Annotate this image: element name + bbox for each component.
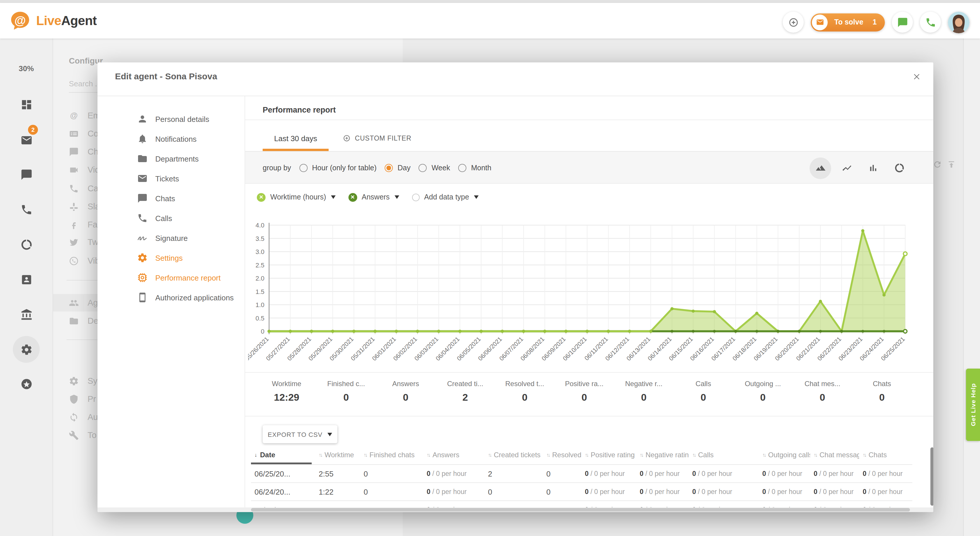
column-header-label: Finished chats bbox=[369, 450, 415, 459]
facebook-icon bbox=[69, 220, 79, 230]
column-header-resolved-ticke[interactable]: ↑↓Resolved ticke bbox=[543, 450, 581, 459]
table-cell: 0 bbox=[360, 469, 423, 478]
menu-item-notifications[interactable]: Notifications bbox=[121, 129, 245, 149]
chart-type-area-chart-button[interactable] bbox=[807, 155, 834, 181]
column-header-positive-rating[interactable]: ↑↓Positive rating bbox=[581, 450, 636, 459]
logo[interactable]: @ LiveAgent bbox=[10, 10, 97, 32]
series-chip-label: Answers bbox=[361, 193, 390, 201]
tab-last-30-days[interactable]: Last 30 days bbox=[262, 134, 329, 143]
remove-series-icon[interactable]: ✕ bbox=[257, 193, 266, 201]
menu-item-chats[interactable]: Chats bbox=[121, 189, 245, 208]
card-icon bbox=[69, 128, 79, 138]
remove-series-icon[interactable]: ✕ bbox=[348, 193, 357, 201]
chart-type-bar-chart-button[interactable] bbox=[860, 155, 886, 181]
get-live-help-tab[interactable]: Get Live Help bbox=[966, 369, 980, 441]
rail-item-customers[interactable] bbox=[0, 268, 52, 291]
menu-item-calls[interactable]: Calls bbox=[121, 208, 245, 228]
export-to-csv-button[interactable]: EXPORT TO CSV bbox=[262, 425, 337, 443]
group-by-week[interactable]: Week bbox=[419, 164, 450, 172]
table-cell: 0 / 0 per hour bbox=[859, 469, 910, 478]
summary-value: 0 bbox=[317, 392, 376, 404]
rail-item-chats[interactable] bbox=[0, 163, 52, 186]
rail-item-dashboard[interactable] bbox=[0, 93, 52, 116]
menu-item-departments[interactable]: Departments bbox=[121, 149, 245, 168]
rail-item-starred[interactable] bbox=[0, 372, 52, 395]
refresh-icon[interactable] bbox=[933, 160, 942, 169]
radio-label: Day bbox=[398, 164, 410, 172]
sort-icon: ↑↓ bbox=[863, 452, 865, 458]
rail-item-billing[interactable] bbox=[0, 303, 52, 326]
new-call-button[interactable] bbox=[920, 12, 941, 33]
menu-item-personal-details[interactable]: Personal details bbox=[121, 109, 245, 129]
config-item-label: To bbox=[88, 430, 97, 440]
chart-type-line-chart-button[interactable] bbox=[834, 155, 860, 181]
gear-icon bbox=[69, 376, 79, 386]
new-chat-button[interactable] bbox=[892, 12, 913, 33]
rail-item-configuration[interactable] bbox=[0, 338, 52, 361]
avatar[interactable] bbox=[948, 11, 969, 33]
phone-icon bbox=[137, 213, 148, 224]
column-header-worktime[interactable]: ↑↓Worktime bbox=[315, 450, 360, 459]
menu-item-authorized-applications[interactable]: Authorized applications bbox=[121, 287, 245, 308]
table-cell: 06/24/20... bbox=[251, 487, 315, 496]
summary-value: 0 bbox=[555, 392, 614, 404]
add-new-button[interactable] bbox=[783, 12, 804, 33]
table-cell: 0 bbox=[484, 487, 543, 496]
caret-down-icon bbox=[328, 433, 332, 436]
menu-item-settings[interactable]: Settings bbox=[121, 248, 245, 268]
table-cell: 0 / 0 per hour bbox=[423, 469, 484, 478]
column-header-chats[interactable]: ↑↓Chats bbox=[859, 450, 910, 459]
horizontal-scrollbar-thumb[interactable] bbox=[251, 508, 910, 512]
series-chip-worktime-hours-[interactable]: ✕Worktime (hours) bbox=[257, 193, 335, 201]
table-cell: 06/25/20... bbox=[251, 469, 315, 478]
column-header-date[interactable]: ↓Date bbox=[251, 450, 315, 459]
sort-icon: ↑↓ bbox=[427, 452, 430, 458]
table-row[interactable]: 06/25/20...2:5500 / 0 per hour200 / 0 pe… bbox=[251, 464, 912, 482]
table-vertical-scrollbar[interactable] bbox=[931, 447, 933, 506]
table-cell: 0 / 0 per hour bbox=[759, 469, 810, 478]
column-header-finished-chats[interactable]: ↑↓Finished chats bbox=[360, 450, 423, 459]
folder-icon bbox=[137, 154, 148, 164]
column-header-calls[interactable]: ↑↓Calls bbox=[689, 450, 759, 459]
rail-item-calls[interactable] bbox=[0, 198, 52, 221]
column-header-negative-rating[interactable]: ↑↓Negative rating bbox=[636, 450, 689, 459]
menu-item-signature[interactable]: Signature bbox=[121, 228, 245, 248]
phone-icon bbox=[69, 184, 79, 193]
menu-item-label: Signature bbox=[155, 233, 188, 242]
rail-item-tickets[interactable]: 2 bbox=[0, 128, 52, 152]
config-item-label: Au bbox=[88, 412, 98, 422]
svg-text:0.5: 0.5 bbox=[255, 315, 264, 322]
series-chip-answers[interactable]: ✕Answers bbox=[348, 193, 399, 201]
table-row[interactable]: 06/24/20...1:2200 / 0 per hour000 / 0 pe… bbox=[251, 482, 912, 500]
sort-icon: ↑↓ bbox=[640, 452, 643, 458]
column-header-created-tickets[interactable]: ↑↓Created tickets bbox=[484, 450, 543, 459]
rail-item-reports[interactable] bbox=[0, 233, 52, 256]
column-header-label: Worktime bbox=[325, 450, 354, 459]
column-header-answers[interactable]: ↑↓Answers bbox=[423, 450, 484, 459]
summary-answers: Answers0 bbox=[376, 376, 436, 412]
column-header-chat-message[interactable]: ↑↓Chat message bbox=[810, 450, 859, 459]
performance-chart[interactable]: 00.51.01.52.02.53.03.54.005/26/202105/27… bbox=[248, 217, 922, 363]
chart-type-switcher bbox=[807, 152, 912, 184]
upload-icon[interactable] bbox=[947, 160, 956, 169]
close-icon bbox=[912, 71, 921, 81]
radio-label: Week bbox=[432, 164, 450, 172]
menu-item-performance-report[interactable]: Performance report bbox=[121, 268, 245, 287]
background-divider bbox=[963, 38, 964, 536]
tab-custom-filter[interactable]: CUSTOM FILTER bbox=[343, 134, 412, 142]
group-by-month[interactable]: Month bbox=[458, 164, 492, 172]
caret-down-icon bbox=[394, 195, 399, 199]
chat-icon bbox=[20, 168, 32, 181]
search-input[interactable]: Search ... bbox=[69, 79, 101, 88]
app-header: @ LiveAgent To solve 1 bbox=[0, 3, 980, 38]
group-by-day[interactable]: Day bbox=[385, 164, 410, 172]
table-cell: 0 / 0 per hour bbox=[636, 469, 689, 478]
column-header-outgoing-calls[interactable]: ↑↓Outgoing calls bbox=[759, 450, 810, 459]
group-by-hour-only-for-table-[interactable]: Hour (only for table) bbox=[299, 164, 377, 172]
to-solve-button[interactable]: To solve 1 bbox=[811, 13, 885, 31]
svg-text:1.5: 1.5 bbox=[255, 288, 264, 295]
menu-item-tickets[interactable]: Tickets bbox=[121, 168, 245, 189]
close-button[interactable] bbox=[909, 69, 924, 84]
chart-type-donut-chart-button[interactable] bbox=[886, 155, 912, 181]
add-data-type-chip[interactable]: Add data type bbox=[412, 193, 478, 201]
